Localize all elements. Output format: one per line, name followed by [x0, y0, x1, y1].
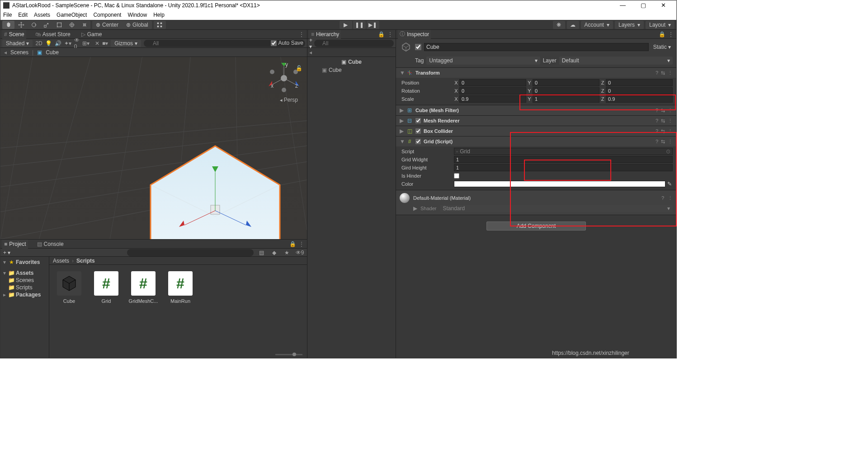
menu-window[interactable]: Window [127, 12, 147, 18]
lock-icon[interactable]: 🔒 [289, 241, 296, 247]
position-x[interactable] [459, 79, 526, 86]
layers-dropdown[interactable]: Layers▾ [615, 21, 644, 29]
menu-assets[interactable]: Assets [34, 12, 50, 18]
tree-scripts[interactable]: 📁Scripts [0, 284, 49, 291]
rotation-z[interactable] [606, 87, 673, 94]
close-button[interactable]: ✕ [653, 1, 674, 10]
orientation-gizmo[interactable]: x y z [268, 62, 300, 94]
fx-toggle[interactable]: ✦▾ [64, 40, 71, 47]
static-dropdown[interactable]: Static ▾ [651, 44, 673, 50]
rotation-x[interactable] [459, 87, 526, 94]
grid-script-enabled[interactable] [415, 139, 421, 144]
autosave-checkbox[interactable]: Auto Save [271, 40, 303, 46]
move-tool[interactable] [15, 21, 27, 29]
custom-tool[interactable] [78, 21, 90, 29]
hierarchy-nav-back[interactable]: ◂ [307, 48, 396, 57]
panel-menu-icon[interactable]: ⋮ [299, 241, 304, 247]
lighting-toggle[interactable]: 💡 [45, 40, 52, 47]
tree-packages[interactable]: ▸📁Packages [0, 291, 49, 298]
lock-icon[interactable]: 🔓 [296, 65, 302, 71]
help-icon[interactable]: ? [661, 195, 664, 201]
expand-icon[interactable]: ▼ [400, 70, 404, 76]
tag-dropdown[interactable]: Untagged▾ [426, 57, 540, 65]
layer-dropdown[interactable]: Default▾ [559, 57, 673, 65]
menu-gameobject[interactable]: GameObject [57, 12, 87, 18]
gameobject-icon[interactable] [400, 41, 412, 53]
tab-inspector[interactable]: ⓘ Inspector [398, 30, 431, 39]
expand-icon[interactable]: ▼ [400, 138, 404, 145]
scene-viewport[interactable]: x y z 🔓 ◂ Persp [0, 57, 307, 239]
maximize-button[interactable]: ▢ [633, 1, 653, 10]
preset-icon[interactable]: ⇆ [661, 70, 665, 76]
gizmos-dropdown[interactable]: Gizmos ▾ [111, 40, 141, 47]
audio-toggle[interactable]: 🔊 [55, 40, 61, 47]
shader-dropdown[interactable]: Standard▾ [440, 205, 673, 212]
component-box-collider[interactable]: ▶◫ Box Collider ?⇆⋮ [396, 126, 676, 136]
tab-asset-store[interactable]: 🛍 Asset Store [33, 30, 72, 39]
panel-menu-icon[interactable]: ⋮ [668, 31, 674, 38]
account-dropdown[interactable]: Account▾ [581, 21, 613, 29]
cloud-icon[interactable]: ☁ [567, 21, 579, 29]
help-icon[interactable]: ? [656, 70, 658, 75]
menu-help[interactable]: Help [153, 12, 165, 18]
camera-icon[interactable]: ■▾ [102, 40, 108, 47]
visibility-toggle[interactable]: 👁0 [74, 40, 80, 47]
tab-scene[interactable]: # Scene [2, 30, 26, 39]
script-field[interactable]: ▫Grid⊙ [454, 148, 673, 155]
rotation-y[interactable] [533, 87, 599, 94]
step-button[interactable]: ▶❚ [367, 21, 379, 29]
bc-scripts[interactable]: Scripts [76, 258, 95, 264]
asset-mainrun-script[interactable]: #MainRun [167, 271, 194, 304]
hierarchy-item-cube[interactable]: ▣Cube [307, 66, 396, 74]
preset-icon[interactable]: ⇆ [661, 139, 665, 145]
perspective-label[interactable]: ◂ Persp [280, 97, 298, 103]
hierarchy-search-input[interactable] [314, 40, 394, 47]
asset-gridmesh-script[interactable]: #GridMeshC... [130, 271, 157, 304]
scale-y[interactable] [533, 95, 599, 103]
gameobject-name-input[interactable] [424, 43, 649, 51]
breadcrumb-cube[interactable]: Cube [46, 49, 59, 56]
grid-toggle[interactable]: ⊞▾ [82, 40, 90, 47]
expand-icon[interactable]: ▶ [413, 205, 417, 212]
component-mesh-filter[interactable]: ▶⊞ Cube (Mesh Filter) ?⇆⋮ [396, 105, 676, 115]
filter-icon[interactable]: ▤ [257, 249, 266, 256]
component-mesh-renderer[interactable]: ▶⊟ Mesh Renderer ?⇆⋮ [396, 116, 676, 126]
bc-assets[interactable]: Assets [53, 258, 69, 264]
help-icon[interactable]: ? [656, 139, 658, 144]
scale-x[interactable] [459, 95, 526, 103]
transform-tool[interactable] [66, 21, 78, 29]
menu-component[interactable]: Component [93, 12, 121, 18]
play-button[interactable]: ▶ [340, 21, 352, 29]
project-search-input[interactable] [127, 249, 254, 256]
tab-project[interactable]: ■ Project [2, 240, 28, 249]
collab-icon[interactable]: ❋ [553, 21, 565, 29]
breadcrumb-scenes[interactable]: Scenes [10, 49, 28, 56]
add-component-button[interactable]: Add Component [486, 221, 586, 231]
rect-tool[interactable] [53, 21, 65, 29]
grid-width-input[interactable] [454, 156, 673, 163]
grid-height-input[interactable] [454, 164, 673, 171]
mesh-renderer-enabled[interactable] [415, 118, 421, 123]
tab-console[interactable]: ▤ Console [35, 240, 66, 249]
tools-icon[interactable]: ✕ [95, 40, 99, 47]
box-collider-enabled[interactable] [415, 128, 421, 134]
rotate-tool[interactable] [28, 21, 40, 29]
menu-file[interactable]: File [3, 12, 12, 18]
star-icon[interactable]: ★ [283, 249, 292, 256]
asset-cube[interactable]: Cube [56, 271, 83, 304]
scale-z[interactable] [606, 95, 673, 103]
color-field[interactable] [454, 181, 665, 187]
lock-icon[interactable]: 🔒 [378, 31, 385, 38]
2d-toggle[interactable]: 2D [35, 40, 42, 47]
tree-scenes[interactable]: 📁Scenes [0, 277, 49, 284]
context-menu-icon[interactable]: ⋮ [668, 195, 673, 201]
pause-button[interactable]: ❚❚ [353, 21, 366, 29]
cube-mesh[interactable] [145, 141, 285, 239]
tree-assets[interactable]: ▾📁Assets [0, 269, 49, 277]
scale-tool[interactable] [40, 21, 52, 29]
favorite-icon[interactable]: ◆ [270, 249, 279, 256]
shaded-dropdown[interactable]: Shaded ▾ [2, 40, 33, 47]
menu-edit[interactable]: Edit [18, 12, 28, 18]
hand-tool[interactable] [2, 21, 14, 29]
panel-menu-icon[interactable]: ⋮ [387, 31, 393, 38]
